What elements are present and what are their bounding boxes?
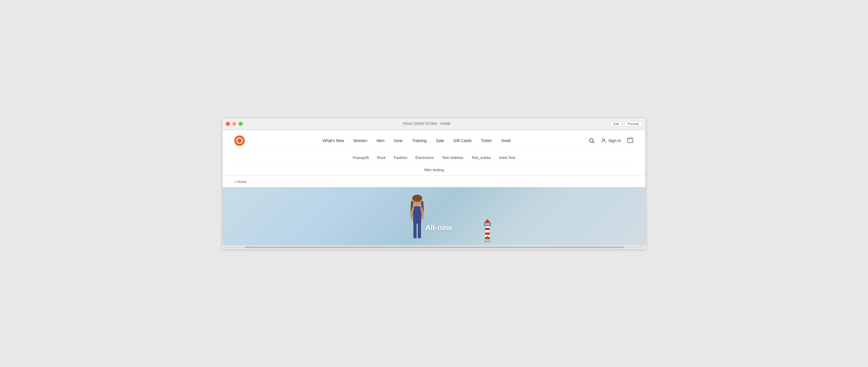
svg-point-0 <box>590 138 593 142</box>
maximize-btn[interactable] <box>239 122 243 126</box>
hero-lighthouse-figure <box>482 219 493 245</box>
person-icon <box>601 138 607 144</box>
svg-marker-15 <box>485 219 490 223</box>
nav-item-training[interactable]: Training <box>412 138 427 143</box>
cart-button[interactable] <box>627 137 634 144</box>
browser-title: YEHKI DEMO STORE - HOME <box>243 122 610 126</box>
sec-nav-ankit-test[interactable]: Ankit-Test <box>499 156 515 160</box>
scrollbar-thumb[interactable] <box>245 247 624 248</box>
hero-banner: All-new <box>223 187 645 245</box>
svg-rect-11 <box>485 232 490 235</box>
secondary-navigation: Pranay45 Rock Fashion Electronics Test V… <box>234 151 634 164</box>
breadcrumb-bar: > Home <box>223 176 645 187</box>
sign-in-button[interactable]: Sign In <box>601 138 621 144</box>
edit-button[interactable]: Edit <box>610 121 622 126</box>
svg-point-2 <box>603 138 605 140</box>
scrollbar-track <box>223 247 645 248</box>
sec-nav-fashion[interactable]: Fashion <box>394 156 407 160</box>
nav-item-gear[interactable]: Gear <box>394 138 403 143</box>
header-main: What's New Women Men Gear Training Sale … <box>234 130 634 151</box>
hero-person-figure <box>406 193 429 245</box>
svg-rect-16 <box>484 240 491 242</box>
svg-rect-17 <box>487 236 488 239</box>
header-actions: Sign In <box>588 137 634 144</box>
tertiary-navigation: Nitin testing <box>234 164 634 175</box>
nav-item-men[interactable]: Men <box>376 138 384 143</box>
nav-item-women[interactable]: Women <box>353 138 367 143</box>
horizontal-scrollbar[interactable] <box>222 246 646 249</box>
site-header: What's New Women Men Gear Training Sale … <box>223 130 645 176</box>
svg-line-1 <box>593 142 594 143</box>
svg-rect-7 <box>413 224 416 238</box>
sec-nav-pranay45[interactable]: Pranay45 <box>353 156 369 160</box>
ter-nav-nitin-testing[interactable]: Nitin testing <box>424 168 444 172</box>
browser-controls <box>226 122 243 126</box>
sec-nav-test-ankita[interactable]: Test_ankita <box>471 156 491 160</box>
page-wrapper: What's New Women Men Gear Training Sale … <box>222 130 646 246</box>
svg-rect-3 <box>628 138 633 143</box>
svg-rect-14 <box>485 223 490 225</box>
search-icon <box>588 137 595 144</box>
nav-item-ticket[interactable]: Ticket <box>481 138 492 143</box>
preview-button[interactable]: Preview <box>624 121 642 126</box>
nav-item-whats-new[interactable]: What's New <box>322 138 344 143</box>
nav-item-vivek[interactable]: Vivek <box>501 138 510 143</box>
sec-nav-test-vaibhav[interactable]: Test Vaibhav <box>442 156 463 160</box>
svg-rect-8 <box>418 224 421 238</box>
svg-rect-6 <box>413 206 421 224</box>
svg-rect-10 <box>485 228 490 230</box>
site-logo[interactable] <box>234 135 245 146</box>
browser-actions: Edit Preview <box>610 121 642 126</box>
search-button[interactable] <box>588 137 595 144</box>
nav-item-sale[interactable]: Sale <box>436 138 444 143</box>
hero-text: All-new <box>425 223 452 232</box>
main-navigation: What's New Women Men Gear Training Sale … <box>245 138 588 143</box>
logo-area[interactable] <box>234 135 245 146</box>
svg-point-5 <box>412 195 422 202</box>
breadcrumb: > Home <box>234 180 246 184</box>
sign-in-label: Sign In <box>608 138 621 143</box>
browser-toolbar: YEHKI DEMO STORE - HOME Edit Preview <box>222 118 646 130</box>
close-btn[interactable] <box>226 122 230 126</box>
cart-icon <box>627 137 634 144</box>
sec-nav-rock[interactable]: Rock <box>377 156 386 160</box>
minimize-btn[interactable] <box>232 122 236 126</box>
hero-content: All-new <box>223 187 645 245</box>
nav-item-gift-cards[interactable]: Gift Cards <box>454 138 472 143</box>
sec-nav-electronics[interactable]: Electronics <box>415 156 434 160</box>
browser-window: YEHKI DEMO STORE - HOME Edit Preview Wha… <box>222 118 646 249</box>
